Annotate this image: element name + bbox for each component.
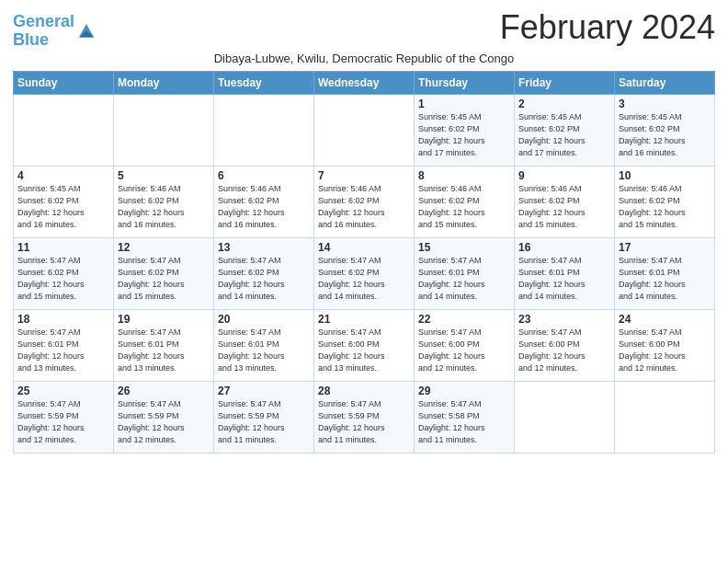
weekday-header-friday: Friday xyxy=(515,71,615,94)
calendar-cell xyxy=(615,381,715,453)
day-number: 25 xyxy=(17,385,109,397)
day-info: Sunrise: 5:47 AMSunset: 5:59 PMDaylight:… xyxy=(218,398,310,446)
calendar-cell xyxy=(114,94,214,166)
week-row-2: 4Sunrise: 5:45 AMSunset: 6:02 PMDaylight… xyxy=(14,166,715,237)
calendar-cell: 7Sunrise: 5:46 AMSunset: 6:02 PMDaylight… xyxy=(314,166,415,237)
calendar-cell: 9Sunrise: 5:46 AMSunset: 6:02 PMDaylight… xyxy=(515,166,615,237)
day-number: 8 xyxy=(418,169,510,182)
day-info: Sunrise: 5:45 AMSunset: 6:02 PMDaylight:… xyxy=(518,111,610,159)
weekday-header-sunday: Sunday xyxy=(14,71,114,94)
calendar-header: SundayMondayTuesdayWednesdayThursdayFrid… xyxy=(14,71,715,94)
calendar-cell: 6Sunrise: 5:46 AMSunset: 6:02 PMDaylight… xyxy=(214,166,314,237)
calendar-cell: 8Sunrise: 5:46 AMSunset: 6:02 PMDaylight… xyxy=(415,166,515,237)
calendar-cell: 22Sunrise: 5:47 AMSunset: 6:00 PMDayligh… xyxy=(415,309,515,381)
day-number: 10 xyxy=(619,169,711,182)
calendar-cell: 20Sunrise: 5:47 AMSunset: 6:01 PMDayligh… xyxy=(214,309,314,381)
day-info: Sunrise: 5:46 AMSunset: 6:02 PMDaylight:… xyxy=(619,183,711,231)
day-number: 21 xyxy=(318,313,410,326)
calendar-cell: 3Sunrise: 5:45 AMSunset: 6:02 PMDaylight… xyxy=(615,94,715,166)
calendar-cell: 11Sunrise: 5:47 AMSunset: 6:02 PMDayligh… xyxy=(14,237,114,309)
calendar-cell: 19Sunrise: 5:47 AMSunset: 6:01 PMDayligh… xyxy=(114,309,214,381)
day-info: Sunrise: 5:46 AMSunset: 6:02 PMDaylight:… xyxy=(518,183,610,231)
calendar-cell: 10Sunrise: 5:46 AMSunset: 6:02 PMDayligh… xyxy=(615,166,715,237)
day-number: 5 xyxy=(118,169,210,182)
day-info: Sunrise: 5:47 AMSunset: 5:59 PMDaylight:… xyxy=(318,398,410,446)
calendar-cell: 1Sunrise: 5:45 AMSunset: 6:02 PMDaylight… xyxy=(415,94,515,166)
day-number: 23 xyxy=(518,313,610,326)
day-info: Sunrise: 5:47 AMSunset: 5:59 PMDaylight:… xyxy=(118,398,210,446)
month-title: February 2024 xyxy=(500,9,715,46)
calendar-cell: 24Sunrise: 5:47 AMSunset: 6:00 PMDayligh… xyxy=(615,309,715,381)
weekday-header-monday: Monday xyxy=(114,71,214,94)
day-number: 3 xyxy=(619,98,711,110)
calendar-cell xyxy=(214,94,314,166)
week-row-5: 25Sunrise: 5:47 AMSunset: 5:59 PMDayligh… xyxy=(14,381,715,453)
weekday-header-wednesday: Wednesday xyxy=(314,71,415,94)
day-number: 9 xyxy=(518,169,610,182)
week-row-4: 18Sunrise: 5:47 AMSunset: 6:01 PMDayligh… xyxy=(14,309,715,381)
day-number: 4 xyxy=(17,169,109,182)
day-number: 16 xyxy=(518,241,610,254)
day-number: 29 xyxy=(418,385,510,397)
day-number: 18 xyxy=(17,313,109,326)
week-row-1: 1Sunrise: 5:45 AMSunset: 6:02 PMDaylight… xyxy=(14,94,715,166)
day-number: 19 xyxy=(118,313,210,326)
calendar-table: SundayMondayTuesdayWednesdayThursdayFrid… xyxy=(13,71,715,454)
calendar-cell: 27Sunrise: 5:47 AMSunset: 5:59 PMDayligh… xyxy=(214,381,314,453)
calendar-cell: 16Sunrise: 5:47 AMSunset: 6:01 PMDayligh… xyxy=(515,237,615,309)
day-number: 1 xyxy=(418,98,510,110)
day-info: Sunrise: 5:46 AMSunset: 6:02 PMDaylight:… xyxy=(418,183,510,231)
calendar-cell: 17Sunrise: 5:47 AMSunset: 6:01 PMDayligh… xyxy=(615,237,715,309)
day-info: Sunrise: 5:47 AMSunset: 6:02 PMDaylight:… xyxy=(318,255,410,303)
day-info: Sunrise: 5:46 AMSunset: 6:02 PMDaylight:… xyxy=(118,183,210,231)
day-info: Sunrise: 5:47 AMSunset: 6:01 PMDaylight:… xyxy=(518,255,610,303)
day-number: 17 xyxy=(619,241,711,254)
subtitle: Dibaya-Lubwe, Kwilu, Democratic Republic… xyxy=(13,52,715,65)
calendar-cell: 23Sunrise: 5:47 AMSunset: 6:00 PMDayligh… xyxy=(515,309,615,381)
logo-blue: Blue xyxy=(13,30,49,49)
calendar-cell: 14Sunrise: 5:47 AMSunset: 6:02 PMDayligh… xyxy=(314,237,415,309)
weekday-header-thursday: Thursday xyxy=(415,71,515,94)
day-info: Sunrise: 5:45 AMSunset: 6:02 PMDaylight:… xyxy=(17,183,109,231)
day-number: 6 xyxy=(218,169,310,182)
day-number: 12 xyxy=(118,241,210,254)
calendar-cell: 4Sunrise: 5:45 AMSunset: 6:02 PMDaylight… xyxy=(14,166,114,237)
day-info: Sunrise: 5:47 AMSunset: 6:00 PMDaylight:… xyxy=(518,327,610,374)
calendar-cell: 26Sunrise: 5:47 AMSunset: 5:59 PMDayligh… xyxy=(114,381,214,453)
day-number: 7 xyxy=(318,169,410,182)
day-number: 20 xyxy=(218,313,310,326)
calendar-cell: 21Sunrise: 5:47 AMSunset: 6:00 PMDayligh… xyxy=(314,309,415,381)
calendar-body: 1Sunrise: 5:45 AMSunset: 6:02 PMDaylight… xyxy=(14,94,715,453)
day-number: 22 xyxy=(418,313,510,326)
day-info: Sunrise: 5:47 AMSunset: 6:01 PMDaylight:… xyxy=(218,327,310,374)
weekday-header-tuesday: Tuesday xyxy=(214,71,314,94)
day-info: Sunrise: 5:47 AMSunset: 6:01 PMDaylight:… xyxy=(418,255,510,303)
day-number: 13 xyxy=(218,241,310,254)
logo-general: General xyxy=(13,12,74,30)
day-info: Sunrise: 5:47 AMSunset: 6:00 PMDaylight:… xyxy=(318,327,410,374)
calendar-cell: 5Sunrise: 5:46 AMSunset: 6:02 PMDaylight… xyxy=(114,166,214,237)
day-info: Sunrise: 5:47 AMSunset: 6:02 PMDaylight:… xyxy=(118,255,210,303)
day-number: 11 xyxy=(17,241,109,254)
day-info: Sunrise: 5:47 AMSunset: 6:02 PMDaylight:… xyxy=(218,255,310,303)
day-number: 2 xyxy=(518,98,610,110)
calendar-cell: 13Sunrise: 5:47 AMSunset: 6:02 PMDayligh… xyxy=(214,237,314,309)
weekday-header-row: SundayMondayTuesdayWednesdayThursdayFrid… xyxy=(14,71,715,94)
day-number: 27 xyxy=(218,385,310,397)
logo-icon xyxy=(76,21,97,41)
week-row-3: 11Sunrise: 5:47 AMSunset: 6:02 PMDayligh… xyxy=(14,237,715,309)
weekday-header-saturday: Saturday xyxy=(615,71,715,94)
calendar-cell xyxy=(515,381,615,453)
day-info: Sunrise: 5:47 AMSunset: 6:01 PMDaylight:… xyxy=(17,327,109,374)
day-info: Sunrise: 5:47 AMSunset: 6:02 PMDaylight:… xyxy=(17,255,109,303)
calendar-cell: 28Sunrise: 5:47 AMSunset: 5:59 PMDayligh… xyxy=(314,381,415,453)
day-number: 15 xyxy=(418,241,510,254)
day-number: 24 xyxy=(619,313,711,326)
day-info: Sunrise: 5:47 AMSunset: 6:00 PMDaylight:… xyxy=(418,327,510,374)
calendar-cell: 15Sunrise: 5:47 AMSunset: 6:01 PMDayligh… xyxy=(415,237,515,309)
calendar-cell: 18Sunrise: 5:47 AMSunset: 6:01 PMDayligh… xyxy=(14,309,114,381)
logo: General Blue xyxy=(13,13,97,50)
day-info: Sunrise: 5:46 AMSunset: 6:02 PMDaylight:… xyxy=(318,183,410,231)
day-info: Sunrise: 5:45 AMSunset: 6:02 PMDaylight:… xyxy=(418,111,510,159)
page: General Blue February 2024 Dibaya-Lubwe,… xyxy=(0,0,728,563)
